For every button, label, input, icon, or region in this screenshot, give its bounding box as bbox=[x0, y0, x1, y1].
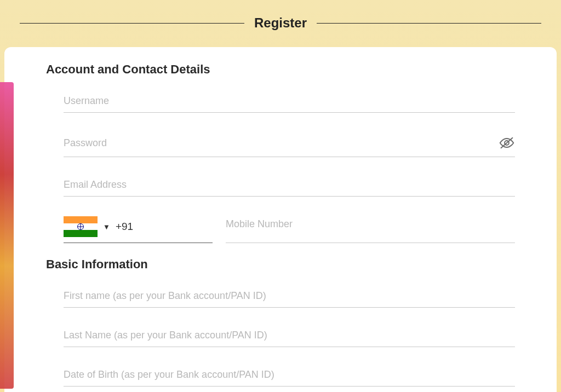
india-flag-icon bbox=[64, 216, 98, 237]
email-input[interactable] bbox=[64, 179, 515, 191]
password-field-row bbox=[64, 127, 515, 157]
basic-fields bbox=[46, 283, 515, 387]
dial-code: +91 bbox=[116, 221, 133, 233]
register-card: Account and Contact Details bbox=[4, 47, 557, 392]
background-decor bbox=[0, 82, 14, 389]
svg-line-1 bbox=[501, 137, 513, 148]
last-name-input[interactable] bbox=[64, 330, 515, 341]
section-basic-heading: Basic Information bbox=[46, 257, 515, 272]
section-account-heading: Account and Contact Details bbox=[46, 62, 515, 77]
chevron-down-icon: ▼ bbox=[103, 223, 110, 231]
email-field-row bbox=[64, 171, 515, 197]
dob-input[interactable] bbox=[64, 369, 515, 381]
page-header: Register bbox=[0, 0, 561, 31]
username-field-row bbox=[64, 88, 515, 113]
mobile-field-row bbox=[226, 211, 515, 243]
header-line-left bbox=[20, 23, 244, 24]
username-input[interactable] bbox=[64, 95, 515, 107]
mobile-input[interactable] bbox=[226, 218, 515, 230]
eye-slash-icon[interactable] bbox=[499, 135, 515, 151]
country-code-selector[interactable]: ▼ +91 bbox=[64, 211, 213, 243]
dob-field-row bbox=[64, 361, 515, 387]
account-fields: ▼ +91 bbox=[46, 88, 515, 243]
first-name-input[interactable] bbox=[64, 290, 515, 302]
page-title: Register bbox=[244, 15, 317, 31]
header-line-right bbox=[317, 23, 541, 24]
password-input[interactable] bbox=[64, 137, 494, 149]
first-name-field-row bbox=[64, 283, 515, 308]
phone-group: ▼ +91 bbox=[64, 211, 515, 243]
last-name-field-row bbox=[64, 322, 515, 347]
